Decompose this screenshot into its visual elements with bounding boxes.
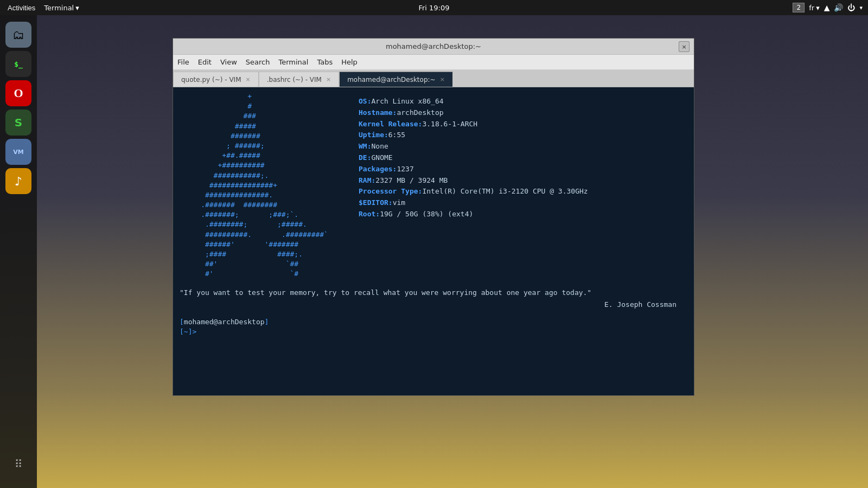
- sysinfo-key: RAM:: [359, 175, 375, 187]
- sysinfo-key: WM:: [359, 141, 371, 152]
- grid-icon: ⠿: [15, 458, 23, 471]
- sysinfo-key: Kernel Release:: [359, 119, 422, 130]
- menu-help[interactable]: Help: [341, 58, 358, 66]
- sysinfo-value: vim: [393, 197, 405, 209]
- sysinfo-row: DE: GNOME: [359, 152, 588, 164]
- power-arrow: ▾: [859, 4, 863, 11]
- sysinfo-key: Hostname:: [359, 107, 397, 119]
- terminal-window: mohamed@archDesktop:~ × File Edit View S…: [173, 38, 694, 396]
- wifi-icon: ▲: [824, 3, 830, 12]
- sysinfo-panel: OS: Arch Linux x86_64Hostname: archDeskt…: [342, 92, 588, 279]
- tab-terminal-active[interactable]: mohamed@archDesktop:~ ×: [339, 72, 453, 87]
- language-arrow: ▾: [816, 4, 820, 12]
- terminal-menu[interactable]: Terminal ▾: [44, 4, 79, 12]
- sysinfo-row: Hostname: archDesktop: [359, 107, 588, 119]
- topbar-center: Fri 19:09: [418, 4, 449, 12]
- topbar-left: Activities Terminal ▾: [0, 3, 79, 13]
- tab-bashrc-label: .bashrc (~) - VIM: [267, 76, 322, 84]
- topbar-right: 2 fr ▾ ▲ 🔊 ⏻ ▾: [793, 3, 868, 12]
- sysinfo-key: $EDITOR:: [359, 197, 393, 209]
- sysinfo-value: Arch Linux x86_64: [371, 96, 443, 107]
- terminal-tabs: quote.py (~) - VIM × .bashrc (~) - VIM ×…: [173, 70, 694, 87]
- dock-files[interactable]: 🗂: [5, 22, 31, 48]
- tab-quote-close[interactable]: ×: [245, 76, 250, 83]
- sysinfo-value: archDesktop: [397, 107, 443, 119]
- sysinfo-value: 3.18.6-1-ARCH: [422, 119, 477, 130]
- tab-quote-vim[interactable]: quote.py (~) - VIM ×: [173, 72, 259, 87]
- datetime-display: Fri 19:09: [418, 4, 449, 12]
- sysinfo-value: GNOME: [371, 152, 392, 164]
- tab-terminal-close[interactable]: ×: [440, 76, 445, 83]
- terminal-menubar: File Edit View Search Terminal Tabs Help: [173, 55, 694, 70]
- dock-opera[interactable]: O: [5, 80, 31, 106]
- prompt-line-1: [mohamed@archDesktop]: [180, 317, 687, 327]
- sysinfo-key: Packages:: [359, 164, 397, 175]
- sysinfo-row: $EDITOR: vim: [359, 197, 588, 209]
- terminal-body[interactable]: + # ### ##### ####### ; ######; +##.####…: [173, 87, 694, 395]
- dock-apps-grid[interactable]: ⠿: [5, 451, 31, 477]
- menu-search[interactable]: Search: [246, 58, 270, 66]
- sysinfo-row: Kernel Release: 3.18.6-1-ARCH: [359, 119, 588, 130]
- tab-quote-label: quote.py (~) - VIM: [181, 76, 241, 84]
- quote-line: "If you want to test your memory, try to…: [180, 288, 687, 298]
- sysinfo-key: Uptime:: [359, 130, 388, 141]
- language-selector[interactable]: fr ▾: [809, 4, 819, 12]
- topbar: Activities Terminal ▾ Fri 19:09 2 fr ▾ ▲…: [0, 0, 868, 15]
- sysinfo-value: 2327 MB / 3924 MB: [375, 175, 448, 187]
- sysinfo-row: Root: 19G / 50G (38%) (ext4): [359, 209, 588, 220]
- terminal-title: mohamed@archDesktop:~: [386, 42, 481, 50]
- files-icon: 🗂: [12, 28, 24, 42]
- tab-terminal-label: mohamed@archDesktop:~: [347, 76, 436, 84]
- volume-icon: 🔊: [834, 3, 843, 12]
- workspace-badge[interactable]: 2: [793, 3, 805, 12]
- menu-view[interactable]: View: [220, 58, 237, 66]
- terminal-close-button[interactable]: ×: [679, 41, 690, 52]
- sysinfo-value: Intel(R) Core(TM) i3-2120 CPU @ 3.30GHz: [422, 186, 588, 197]
- terminal-content-wrapper: + # ### ##### ####### ; ######; +##.####…: [180, 92, 687, 391]
- activities-button[interactable]: Activities: [4, 3, 39, 13]
- sysinfo-row: Uptime: 6:55: [359, 130, 588, 141]
- dock-terminal[interactable]: $_: [5, 51, 31, 77]
- tab-bashrc-close[interactable]: ×: [326, 76, 331, 83]
- sysinfo-key: OS:: [359, 96, 371, 107]
- prompt-line-2: [~]>: [180, 327, 687, 337]
- terminal-menu-label: Terminal: [44, 4, 74, 12]
- menu-edit[interactable]: Edit: [198, 58, 212, 66]
- dock-scratch[interactable]: S: [5, 110, 31, 136]
- dock-music[interactable]: ♪: [5, 168, 31, 194]
- sysinfo-value: 1237: [397, 164, 413, 175]
- arch-ascii-logo: + # ### ##### ####### ; ######; +##.####…: [180, 92, 342, 279]
- sysinfo-value: 6:55: [388, 130, 405, 141]
- dock: 🗂 $_ O S VM ♪ ⠿: [0, 15, 37, 488]
- menu-terminal[interactable]: Terminal: [278, 58, 308, 66]
- prompt-area: [mohamed@archDesktop][~]>: [180, 317, 687, 337]
- sysinfo-key: Processor Type:: [359, 186, 422, 197]
- terminal-menu-arrow: ▾: [75, 4, 79, 12]
- sysinfo-key: Root:: [359, 209, 380, 220]
- sysinfo-value: None: [371, 141, 388, 152]
- power-icon[interactable]: ⏻: [847, 3, 855, 12]
- vmware-icon: VM: [13, 149, 23, 156]
- sysinfo-row: WM: None: [359, 141, 588, 152]
- tab-bashrc-vim[interactable]: .bashrc (~) - VIM ×: [259, 72, 339, 87]
- sysinfo-row: Processor Type: Intel(R) Core(TM) i3-212…: [359, 186, 588, 197]
- scratch-icon: S: [15, 116, 22, 129]
- menu-tabs[interactable]: Tabs: [317, 58, 333, 66]
- terminal-titlebar: mohamed@archDesktop:~ ×: [173, 38, 694, 55]
- dock-vmware[interactable]: VM: [5, 139, 31, 165]
- sysinfo-row: OS: Arch Linux x86_64: [359, 96, 588, 107]
- sysinfo-row: Packages: 1237: [359, 164, 588, 175]
- terminal-icon: $_: [14, 60, 23, 68]
- sysinfo-row: RAM: 2327 MB / 3924 MB: [359, 175, 588, 187]
- quote-author: E. Joseph Cossman: [180, 300, 687, 310]
- sysinfo-key: DE:: [359, 152, 371, 164]
- menu-file[interactable]: File: [177, 58, 189, 66]
- opera-icon: O: [14, 86, 23, 100]
- sysinfo-value: 19G / 50G (38%) (ext4): [380, 209, 473, 220]
- language-label: fr: [809, 4, 814, 12]
- music-icon: ♪: [15, 175, 22, 188]
